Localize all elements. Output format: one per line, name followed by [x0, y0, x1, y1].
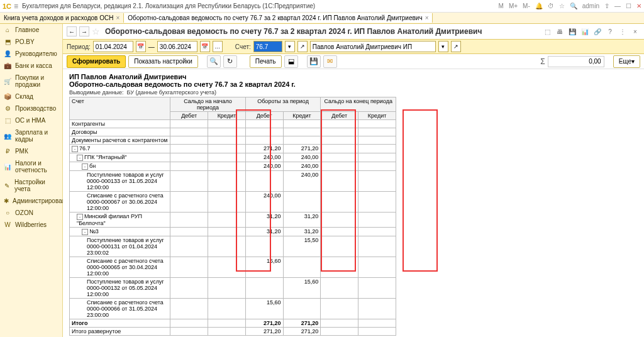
calendar-icon[interactable]: 📅	[200, 41, 210, 52]
date-to-input[interactable]	[157, 41, 197, 52]
chart-icon[interactable]: 📊	[580, 26, 590, 36]
more-button[interactable]: Еще ▾	[613, 55, 640, 68]
display-icon[interactable]: ⬚	[542, 26, 552, 36]
account-dd-icon[interactable]: ▾	[285, 41, 295, 52]
tree-toggle[interactable]: -	[77, 155, 83, 161]
table-row: Поступление товаров и услуг 0000-000133 …	[70, 171, 396, 192]
help-icon[interactable]: ?	[605, 26, 615, 36]
user-label[interactable]: admin	[582, 3, 599, 9]
save-icon[interactable]: 💾	[307, 55, 321, 68]
account-open-icon[interactable]: ↗	[297, 41, 308, 52]
sidebar-icon: ⚙	[4, 105, 11, 112]
table-row: Поступление товаров и услуг 0000-000131 …	[70, 236, 396, 257]
sidebar-item-13[interactable]: ○OZON	[0, 207, 62, 219]
tree-toggle[interactable]: -	[82, 163, 88, 170]
back-button[interactable]: ←	[67, 26, 77, 36]
search-icon[interactable]: 🔍	[570, 3, 577, 9]
star-icon[interactable]: ☆	[559, 3, 565, 9]
tree-toggle[interactable]: -	[72, 146, 78, 152]
minimize-icon[interactable]: —	[614, 3, 621, 9]
docbar: ← → ☆ Оборотно-сальдовая ведомость по сч…	[63, 24, 644, 39]
row-label: Списание с расчетного счета 0000-000065 …	[87, 258, 164, 277]
tab-book[interactable]: Книга учета доходов и расходов ОСН ×	[0, 13, 124, 23]
refresh-icon[interactable]: ↻	[223, 55, 237, 68]
clock-icon[interactable]: ⏱	[548, 3, 554, 9]
org-open-icon[interactable]: ↗	[451, 41, 461, 52]
favorite-icon[interactable]: ☆	[92, 26, 100, 36]
sidebar-item-6[interactable]: ⚙Производство	[0, 102, 62, 114]
find-icon[interactable]: 🔍	[207, 55, 221, 68]
sidebar-item-10[interactable]: 📊Налоги и отчетность	[0, 157, 62, 176]
export-icon[interactable]: ⬓	[284, 55, 298, 68]
sidebar-item-7[interactable]: ⬚ОС и НМА	[0, 114, 62, 126]
toolbar: Сформировать Показать настройки 🔍 ↻ Печа…	[63, 54, 644, 69]
report-grid: СчетСальдо на начало периодаОбороты за п…	[69, 97, 396, 336]
m-minus-label[interactable]: M-	[523, 3, 530, 9]
doc-title: Оборотно-сальдовая ведомость по счету 76…	[105, 27, 540, 36]
sidebar-item-1[interactable]: ⬒PO.BY	[0, 36, 62, 48]
sidebar-item-9[interactable]: ₽РМК	[0, 145, 62, 157]
bell-icon[interactable]: 🔔	[535, 3, 543, 9]
tree-toggle[interactable]: -	[82, 229, 88, 235]
m-plus-label[interactable]: M+	[509, 3, 518, 9]
col-open-debit: Дебет	[170, 112, 208, 120]
show-settings-button[interactable]: Показать настройки	[128, 55, 198, 68]
sum-field[interactable]	[548, 56, 604, 67]
generate-button[interactable]: Сформировать	[67, 55, 126, 68]
table-row: -бн240,00240,00	[70, 162, 396, 171]
sidebar-item-12[interactable]: ✱Администрирование	[0, 195, 62, 207]
table-row: Списание с расчетного счета 0000-000066 …	[70, 299, 396, 319]
sidebar-item-3[interactable]: 💼Банк и касса	[0, 60, 62, 72]
org-dd-icon[interactable]: ▾	[438, 41, 448, 52]
table-row: -№331,2031,20	[70, 228, 396, 236]
sidebar-item-4[interactable]: 🛒Покупки и продажи	[0, 72, 62, 91]
forward-button[interactable]: →	[79, 26, 89, 36]
caps-icon[interactable]: ⇪	[604, 3, 609, 9]
org-input[interactable]	[310, 41, 436, 52]
row-label: бн	[89, 163, 96, 169]
print-button[interactable]: Печать	[250, 55, 282, 68]
sidebar-item-8[interactable]: 👥Зарплата и кадры	[0, 126, 62, 145]
link-icon[interactable]: 🔗	[592, 26, 602, 36]
sidebar-item-2[interactable]: 👤Руководителю	[0, 48, 62, 60]
tree-toggle[interactable]: -	[77, 214, 83, 220]
sidebar-icon: 🛒	[4, 78, 11, 85]
sidebar-item-11[interactable]: ✎Настройки учета	[0, 176, 62, 195]
titlebar: 1C ≡ Бухгалтерия для Беларуси, редакция …	[0, 0, 644, 13]
close-doc-icon[interactable]: ×	[630, 26, 640, 36]
menu-icon[interactable]: ≡	[14, 2, 18, 11]
main: ← → ☆ Оборотно-сальдовая ведомость по сч…	[63, 24, 644, 337]
period-select-icon[interactable]: …	[213, 41, 223, 52]
mail-icon[interactable]: ✉	[323, 55, 337, 68]
account-input[interactable]	[253, 41, 282, 52]
sidebar-icon: ⬒	[4, 38, 11, 45]
total-expanded-row: Итого развернутое271,20271,20	[70, 328, 396, 336]
sidebar-icon: 👥	[4, 133, 11, 140]
maximize-icon[interactable]: ☐	[626, 3, 631, 9]
close-icon[interactable]: ×	[116, 14, 119, 21]
sidebar-icon: W	[4, 221, 11, 228]
sidebar-icon: ⬚	[4, 117, 11, 124]
sidebar-item-5[interactable]: 📦Склад	[0, 91, 62, 102]
row-label: Поступление товаров и услуг 0000-000132 …	[87, 279, 164, 297]
more-icon[interactable]: ⋮	[618, 26, 628, 36]
sidebar-item-label: РМК	[15, 148, 28, 155]
calendar-icon[interactable]: 📅	[136, 41, 146, 52]
m-label[interactable]: M	[499, 3, 504, 9]
tab-report[interactable]: Оборотно-сальдовая ведомость по счету 76…	[124, 13, 433, 23]
params-bar: Период: 📅 — 📅 … Счет: ▾ ↗ ▾ ↗	[63, 39, 644, 54]
table-row: Поступление товаров и услуг 0000-000132 …	[70, 278, 396, 299]
total-row: Итого271,20271,20	[70, 319, 396, 328]
sidebar-item-14[interactable]: WWildberries	[0, 219, 62, 231]
date-from-input[interactable]	[93, 41, 133, 52]
close-icon[interactable]: ×	[425, 14, 429, 21]
report-title: Оборотно-сальдовая ведомость по счету 76…	[69, 80, 638, 88]
print-icon[interactable]: 🖶	[555, 26, 565, 36]
close-icon[interactable]: ✕	[636, 3, 641, 9]
save-icon[interactable]: 💾	[567, 26, 577, 36]
row-label: 76.7	[79, 145, 91, 152]
sidebar-item-0[interactable]: ⌂Главное	[0, 24, 62, 36]
sigma-icon: Σ	[540, 57, 545, 66]
sidebar-item-label: PO.BY	[15, 38, 35, 45]
sidebar-icon: ✎	[4, 182, 11, 189]
